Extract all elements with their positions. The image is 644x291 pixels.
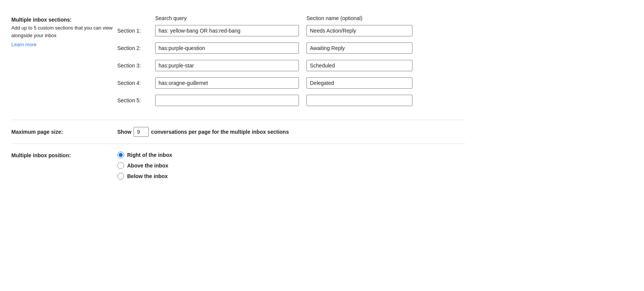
max-page-size-section: Maximum page size: Show conversations pe… bbox=[11, 120, 465, 144]
page-size-input[interactable] bbox=[134, 127, 149, 137]
max-page-size-content: Show conversations per page for the mult… bbox=[117, 127, 289, 137]
section-row-1: Section 1: bbox=[117, 25, 465, 36]
section-row-label-3: Section 3: bbox=[117, 63, 155, 69]
section-row-inputs-2 bbox=[155, 42, 412, 54]
section-row-inputs-4 bbox=[155, 77, 412, 89]
position-radio-2[interactable] bbox=[117, 173, 124, 180]
col-header-query: Search query bbox=[155, 15, 299, 21]
section-row-label-4: Section 4: bbox=[117, 80, 155, 86]
section-name-input-4[interactable] bbox=[306, 77, 412, 89]
section-query-input-3[interactable] bbox=[155, 60, 299, 71]
section-row-inputs-5 bbox=[155, 95, 412, 106]
section-name-input-5[interactable] bbox=[306, 95, 412, 106]
section-row-inputs-3 bbox=[155, 60, 412, 71]
section-row-2: Section 2: bbox=[117, 42, 465, 54]
position-option-0[interactable]: Right of the inbox bbox=[117, 152, 172, 158]
show-label: Show bbox=[117, 129, 131, 135]
section-name-input-1[interactable] bbox=[306, 25, 412, 36]
section-content: Search query Section name (optional) Sec… bbox=[117, 15, 465, 112]
position-options: Right of the inboxAbove the inboxBelow t… bbox=[117, 152, 172, 180]
section-row-label-5: Section 5: bbox=[117, 97, 155, 103]
section-row-5: Section 5: bbox=[117, 95, 465, 106]
position-option-label-1: Above the inbox bbox=[127, 163, 168, 169]
section-row-inputs-1 bbox=[155, 25, 412, 36]
position-option-label-2: Below the inbox bbox=[127, 173, 168, 179]
section-label-col: Multiple inbox sections: Add up to 5 cus… bbox=[11, 15, 117, 47]
col-header-name: Section name (optional) bbox=[306, 15, 412, 21]
multiple-inbox-description: Add up to 5 custom sections that you can… bbox=[11, 24, 117, 39]
page-size-suffix: conversations per page for the multiple … bbox=[151, 129, 289, 135]
position-option-1[interactable]: Above the inbox bbox=[117, 162, 172, 169]
section-name-input-2[interactable] bbox=[306, 42, 412, 54]
sections-container: Section 1:Section 2:Section 3:Section 4:… bbox=[117, 25, 465, 106]
position-option-label-0: Right of the inbox bbox=[127, 152, 172, 158]
section-query-input-2[interactable] bbox=[155, 42, 299, 54]
section-row-3: Section 3: bbox=[117, 60, 465, 71]
section-row-4: Section 4: bbox=[117, 77, 465, 89]
column-headers: Search query Section name (optional) bbox=[117, 15, 465, 21]
section-query-input-5[interactable] bbox=[155, 95, 299, 106]
section-query-input-1[interactable] bbox=[155, 25, 299, 36]
position-radio-0[interactable] bbox=[117, 152, 124, 158]
section-query-input-4[interactable] bbox=[155, 77, 299, 89]
learn-more-link[interactable]: Learn more bbox=[11, 42, 36, 47]
multiple-inbox-section: Multiple inbox sections: Add up to 5 cus… bbox=[11, 8, 465, 120]
position-radio-1[interactable] bbox=[117, 162, 124, 169]
multiple-inbox-main-label: Multiple inbox sections: bbox=[11, 17, 117, 23]
inbox-position-section: Multiple inbox position: Right of the in… bbox=[11, 144, 465, 187]
page-container: Multiple inbox sections: Add up to 5 cus… bbox=[11, 8, 465, 187]
section-row-label-2: Section 2: bbox=[117, 45, 155, 51]
section-row-label-1: Section 1: bbox=[117, 28, 155, 34]
section-name-input-3[interactable] bbox=[306, 60, 412, 71]
position-label: Multiple inbox position: bbox=[11, 152, 117, 158]
position-option-2[interactable]: Below the inbox bbox=[117, 173, 172, 180]
max-page-size-label: Maximum page size: bbox=[11, 129, 117, 135]
